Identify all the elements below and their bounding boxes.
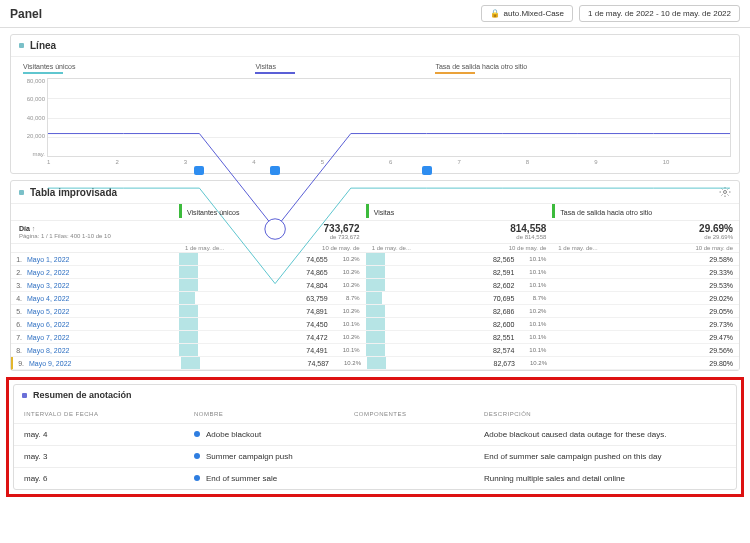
dimension-header[interactable]: Día [19, 225, 30, 232]
panel-accent-dot [19, 190, 24, 195]
panel-accent-dot [22, 393, 27, 398]
lock-icon [490, 9, 500, 18]
annotation-marker[interactable] [270, 166, 280, 175]
date-range-text: 1 de may. de 2022 - 10 de may. de 2022 [588, 9, 731, 18]
annotation-markers [47, 166, 731, 176]
dataset-label: auto.Mixed-Case [504, 9, 564, 18]
date-range-picker[interactable]: 1 de may. de 2022 - 10 de may. de 2022 [579, 5, 740, 22]
chart-legend: Visitantes únicos Visitas Tasa de salida… [11, 57, 739, 74]
y-axis: 80,000 60,000 40,000 20,000 may. [17, 78, 45, 157]
legend-label-0: Visitantes únicos [23, 63, 75, 70]
top-bar: Panel auto.Mixed-Case 1 de may. de 2022 … [0, 0, 750, 28]
dataset-selector[interactable]: auto.Mixed-Case [481, 5, 573, 22]
line-panel-title: Línea [30, 40, 56, 51]
annotation-marker[interactable] [194, 166, 204, 175]
line-chart-panel: Línea Visitantes únicos Visitas Tasa de … [10, 34, 740, 174]
chart-lines [48, 79, 730, 503]
metric-header[interactable]: Tasa de salida hacia otro sitio [560, 209, 731, 218]
legend-label-1: Visitas [255, 63, 276, 70]
panel-accent-dot [19, 43, 24, 48]
line-chart[interactable]: 80,000 60,000 40,000 20,000 may. 1 2 3 4… [47, 78, 731, 173]
metric-header[interactable]: Visitantes únicos [187, 209, 358, 218]
legend-label-2: Tasa de salida hacia otro sitio [435, 63, 527, 70]
annotation-marker[interactable] [422, 166, 432, 175]
metric-header[interactable]: Visitas [374, 209, 545, 218]
panel-title: Panel [10, 7, 42, 21]
plot-area [47, 78, 731, 157]
